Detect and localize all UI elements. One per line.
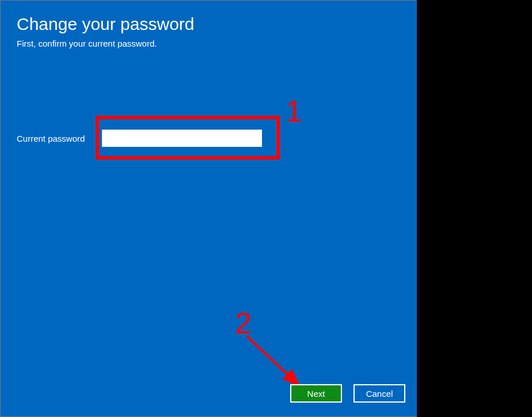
dialog-title: Change your password: [17, 14, 401, 34]
dialog-subtitle: First, confirm your current password.: [17, 39, 401, 48]
next-button[interactable]: Next: [290, 384, 342, 403]
current-password-row: Current password: [17, 130, 262, 147]
change-password-dialog: Change your password First, confirm your…: [0, 0, 417, 417]
current-password-label: Current password: [17, 134, 85, 143]
annotation-number-1: 1: [286, 94, 302, 128]
dialog-buttons: Next Cancel: [290, 384, 405, 403]
cancel-button[interactable]: Cancel: [354, 384, 405, 403]
dialog-content: Change your password First, confirm your…: [1, 1, 417, 416]
current-password-input[interactable]: [102, 130, 262, 147]
annotation-number-2: 2: [235, 306, 252, 340]
svg-line-1: [247, 336, 297, 384]
